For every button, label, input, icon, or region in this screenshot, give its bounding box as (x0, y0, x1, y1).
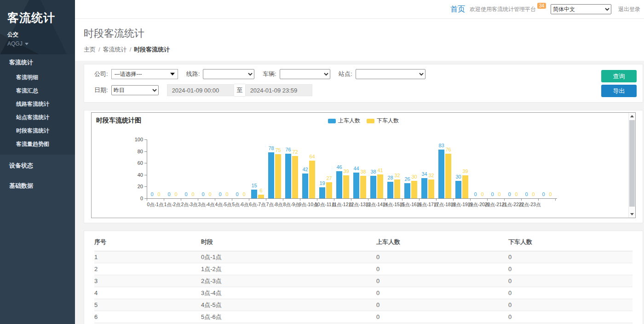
y-axis-label: 40 (129, 172, 143, 178)
bar-value-label: 34 (421, 171, 427, 177)
x-axis-label: 2点-3点 (181, 202, 197, 208)
breadcrumb: 主页/客流统计/时段客流统计 (84, 46, 644, 54)
table-cell: 0 (376, 287, 508, 299)
app-logo: 客流统计 (7, 0, 75, 25)
chart-bar (336, 171, 342, 198)
bar-value-label: 6 (259, 188, 262, 193)
y-axis-tick (144, 139, 147, 140)
bar-value-label: 26 (404, 176, 410, 182)
bar-value-label: 76 (445, 147, 451, 152)
breadcrumb-link[interactable]: 客流统计 (103, 46, 127, 53)
sidebar-subitem[interactable]: 客流明细 (0, 71, 75, 84)
sidebar: 客流统计 公交 AQGJ 客流统计客流明细客流汇总线路客流统计站点客流统计时段客… (0, 0, 75, 324)
date-label: 日期: (94, 86, 108, 94)
table-cell: 0 (508, 263, 632, 275)
bar-value-label: 64 (309, 154, 315, 159)
sidebar-subitem[interactable]: 线路客流统计 (0, 98, 75, 111)
x-axis-tick (300, 198, 300, 201)
chart-bar (387, 182, 393, 198)
x-axis-tick (368, 198, 368, 201)
bar-value-label: 38 (370, 169, 376, 174)
bar-value-label: 41 (377, 168, 383, 173)
chart-bar (445, 154, 451, 198)
chart-bar (404, 183, 410, 198)
export-button[interactable]: 导出 (601, 85, 637, 97)
line-select[interactable] (203, 69, 254, 79)
y-axis-tick (144, 175, 147, 175)
chart-bar (309, 161, 315, 198)
station-select[interactable] (356, 69, 426, 79)
x-axis-tick (181, 198, 181, 201)
home-link[interactable]: 首页 (450, 5, 465, 14)
table-cell: 0 (376, 263, 508, 275)
bar-value-label: 32 (394, 173, 400, 178)
vehicle-label: 车辆: (263, 70, 276, 78)
bar-value-label: 0 (184, 191, 187, 197)
chart-bar (377, 174, 383, 198)
y-axis-tick (144, 151, 147, 152)
scrollbar-thumb[interactable] (629, 120, 635, 207)
x-axis-tick (215, 198, 215, 201)
bar-value-label: 0 (491, 191, 494, 197)
sidebar-menu-group: 客流统计客流明细客流汇总线路客流统计站点客流统计时段客流统计客流量趋势图 (0, 54, 75, 155)
chart-bar (319, 187, 325, 198)
sidebar-item[interactable]: 客流统计 (0, 54, 75, 71)
table-cell: 2点-3点 (201, 275, 376, 287)
chart-bar (251, 190, 257, 198)
sidebar-subitem[interactable]: 站点客流统计 (0, 111, 75, 124)
bar-value-label: 0 (508, 191, 511, 197)
vehicle-select[interactable] (280, 69, 330, 79)
table-cell: 0 (376, 311, 508, 323)
bar-value-label: 0 (236, 191, 238, 197)
x-axis-tick (402, 198, 402, 201)
data-table: 序号时段上车人数下车人数 10点-1点0021点-2点0032点-3点0043点… (94, 232, 632, 324)
sidebar-subitem[interactable]: 时段客流统计 (0, 124, 75, 138)
sidebar-subitem[interactable]: 客流量趋势图 (0, 138, 75, 151)
table-cell: 0 (376, 275, 508, 287)
x-axis-tick (470, 198, 471, 201)
y-axis-label: 100 (129, 137, 143, 142)
page-title: 时段客流统计 (84, 27, 644, 40)
table-cell: 5点-6点 (201, 311, 376, 323)
table-cell: 4 (94, 287, 201, 299)
date-start-input[interactable] (167, 84, 234, 96)
table-row: 32点-3点00 (94, 275, 632, 287)
x-axis-label: 22点-23点 (519, 202, 541, 208)
scroll-up-icon[interactable] (630, 115, 634, 117)
chart-bar (285, 154, 291, 198)
dropdown-arrow-icon (170, 73, 175, 75)
date-end-input[interactable] (245, 84, 312, 96)
station-label: 站点: (339, 70, 352, 78)
chevron-down-icon (25, 43, 29, 45)
table-cell: 0 (376, 299, 508, 311)
table-body: 10点-1点0021点-2点0032点-3点0043点-4点0054点-5点00… (94, 251, 632, 324)
scroll-down-icon[interactable] (630, 213, 634, 215)
sidebar-subitem[interactable]: 客流汇总 (0, 84, 75, 98)
legend-item[interactable]: 下车人数 (367, 117, 399, 125)
bar-value-label: 75 (275, 147, 281, 153)
x-axis-tick (198, 198, 198, 201)
date-preset-select[interactable]: 昨日 (111, 85, 159, 95)
table-card: 序号时段上车人数下车人数 10点-1点0021点-2点0032点-3点0043点… (84, 231, 643, 324)
bar-value-label: 30 (455, 174, 461, 179)
filter-panel: 公司: ---请选择--- 线路: 车辆: (84, 64, 643, 103)
sidebar-menu-group: 基础数据 (0, 177, 75, 195)
legend-item[interactable]: 上车人数 (328, 117, 360, 125)
bar-value-label: 39 (462, 168, 468, 174)
x-axis-label: 0点-1点 (147, 202, 163, 208)
logout-link[interactable]: 退出登录 (618, 6, 640, 13)
line-filter: 线路: (186, 69, 255, 79)
chart-legend: 上车人数下车人数 (328, 117, 399, 125)
bar-value-label: 0 (525, 191, 528, 197)
user-menu[interactable]: AQGJ (7, 40, 75, 47)
breadcrumb-link[interactable]: 主页 (84, 46, 96, 53)
chart-scrollbar[interactable] (628, 113, 635, 218)
bar-value-label: 28 (387, 175, 393, 180)
sidebar-item[interactable]: 设备状态 (0, 156, 75, 175)
query-button[interactable]: 查询 (601, 70, 637, 82)
language-select[interactable]: 简体中文 (551, 4, 611, 14)
y-axis-tick (144, 163, 147, 163)
company-dropdown[interactable]: ---请选择--- (111, 69, 178, 79)
x-axis-label: 7点-8点 (266, 202, 282, 208)
sidebar-item[interactable]: 基础数据 (0, 177, 75, 195)
